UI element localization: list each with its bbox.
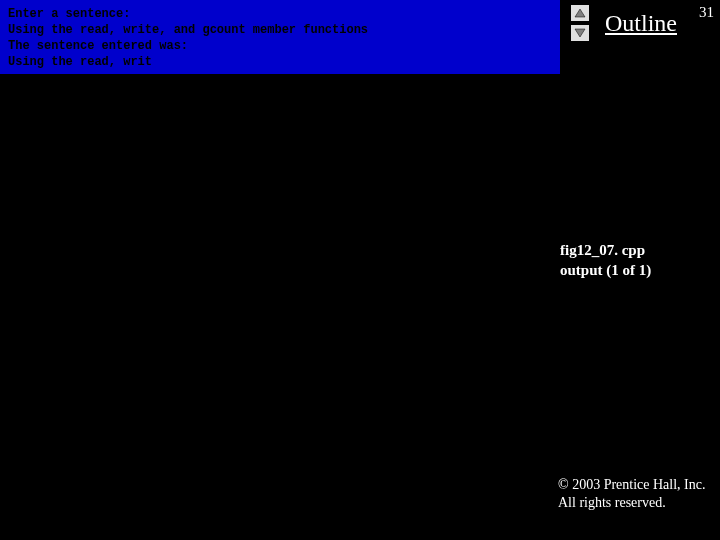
copyright-line-1: © 2003 Prentice Hall, Inc. — [558, 476, 706, 494]
console-line-1: Enter a sentence: — [8, 7, 130, 21]
nav-up-button[interactable] — [570, 4, 590, 22]
figure-filename: fig12_07. cpp — [560, 240, 651, 260]
console-line-3: The sentence entered was: — [8, 39, 188, 53]
figure-output-label: output (1 of 1) — [560, 260, 651, 280]
triangle-up-icon — [574, 4, 586, 22]
slide: Enter a sentence: Using the read, write,… — [0, 0, 720, 540]
console-output-box: Enter a sentence: Using the read, write,… — [0, 0, 560, 74]
triangle-down-icon — [574, 24, 586, 42]
figure-label: fig12_07. cpp output (1 of 1) — [560, 240, 651, 280]
console-line-4: Using the read, writ — [8, 55, 152, 69]
page-number: 31 — [699, 4, 714, 21]
svg-marker-0 — [575, 9, 585, 17]
console-line-2: Using the read, write, and gcount member… — [8, 23, 368, 37]
copyright-notice: © 2003 Prentice Hall, Inc. All rights re… — [558, 476, 706, 512]
console-text: Enter a sentence: Using the read, write,… — [8, 6, 552, 70]
nav-down-button[interactable] — [570, 24, 590, 42]
nav-buttons — [570, 4, 590, 44]
copyright-line-2: All rights reserved. — [558, 494, 706, 512]
outline-heading: Outline — [605, 10, 677, 37]
svg-marker-1 — [575, 29, 585, 37]
